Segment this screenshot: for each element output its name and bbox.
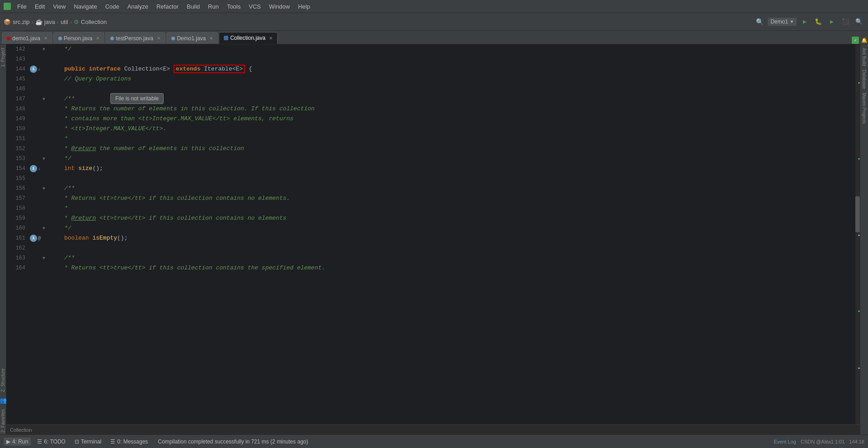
breadcrumb-util[interactable]: util [61,19,68,25]
scroll-marker-1 [858,82,860,84]
menu-window[interactable]: Window [265,2,293,11]
tab-demo1javacap[interactable]: Demo1.java ✕ [166,32,218,44]
breadcrumb-src[interactable]: src.zip [13,19,30,25]
event-log-link[interactable]: Event Log [774,439,796,444]
menu-edit[interactable]: Edit [31,2,48,11]
ln-156: 156 [6,185,29,192]
code-line-151: * [64,134,855,144]
file-not-writable-tooltip: File is not writable [110,93,164,104]
line-row-152: 152 [6,144,61,154]
tab-label-testperson: testPerson.java [116,35,153,42]
tab-label-person: Person.java [64,35,92,42]
tab-demo1java[interactable]: demo1.java ✕ [2,32,52,44]
run-config[interactable]: Demo1 ▼ [768,18,797,26]
tab-dot-demo1 [7,37,10,40]
code-text-158: * [64,203,68,213]
menu-vcs[interactable]: VCS [245,2,264,11]
build-button[interactable]: ⬛ [840,16,851,27]
notification-icon[interactable]: 🔔 [861,37,868,44]
breadcrumb: 📦 src.zip › ☕ java › util › ⚙ Collection [4,19,107,25]
code-text-163: /** [64,253,75,263]
vcs-status-icon[interactable]: ✓ [852,37,859,44]
line-row-162: 162 [6,243,61,253]
code-line-155 [64,174,855,184]
coverage-button[interactable]: ▶ [826,16,837,27]
menu-refactor[interactable]: Refactor [153,2,182,11]
line-row-142: 142 ▼ [6,44,61,54]
ant-build-label[interactable]: Ant Build [861,46,867,68]
menu-tools[interactable]: Tools [223,2,244,11]
fold-end-142[interactable]: ▼ [29,47,45,52]
search-toolbar-btn[interactable]: 🔍 [754,16,765,27]
maven-projects-label[interactable]: Maven Projects [861,91,867,126]
ln-150: 150 [6,126,29,132]
line-row-143: 143 [6,54,61,64]
scroll-thumb[interactable] [855,196,860,232]
run-config-label: Demo1 [770,19,788,25]
favorites-label[interactable]: 2: Favorites [0,407,6,434]
line-row-158: 158 [6,203,61,213]
tab-close-testperson[interactable]: ✕ [157,36,160,41]
tabs-bar: demo1.java ✕ Person.java ✕ testPerson.ja… [0,31,868,44]
bottom-tab-todo[interactable]: ☰ 6: TODO [34,438,68,446]
code-text-146 [64,84,68,94]
main-area: 1: Project Z: Structure 👥 2: Favorites F… [0,44,868,434]
people-icon[interactable]: 👥 [0,394,6,407]
kw-public: public [64,66,89,72]
line-row-147: 147 ▼ [6,94,61,104]
filename-label: Collection [10,427,32,433]
breadcrumb-collection[interactable]: Collection [81,19,107,25]
bottom-tab-run[interactable]: ▶ 4: Run [4,438,31,446]
scroll-marker-5 [858,368,860,369]
menu-file[interactable]: File [14,2,30,11]
code-line-158: * [64,203,855,213]
code-line-161: boolean isEmpty(); [64,233,855,243]
line-row-155: 155 [6,174,61,184]
fold-start-163[interactable]: ▼ [29,256,45,261]
bottom-tab-terminal[interactable]: ⊡ Terminal [72,438,104,446]
fold-start-147[interactable]: ▼ [29,97,45,102]
menu-code[interactable]: Code [102,2,123,11]
breadcrumb-java[interactable]: java [44,19,55,25]
code-line-160: */ [64,223,855,233]
toolbar-search-btn[interactable]: 🔍 [854,16,864,27]
tab-testpersonjava[interactable]: testPerson.java ✕ [105,32,165,44]
scroll-marker-4 [858,311,860,312]
menu-navigate[interactable]: Navigate [70,2,100,11]
code-line-146 [64,84,855,94]
fold-start-156[interactable]: ▼ [29,186,45,191]
tab-dot-testperson [110,37,114,40]
breadcrumb-icon-zip: 📦 [4,19,11,25]
bottom-tab-messages[interactable]: ☰ 0: Messages [108,438,151,446]
structure-panel-label[interactable]: Z: Structure [0,367,6,394]
fold-end-160[interactable]: ▼ [29,226,45,231]
ln-162: 162 [6,245,29,251]
tab-close-demo1[interactable]: ✕ [44,36,47,41]
code-content[interactable]: */ public interface Collection<E> extend… [61,44,855,424]
breadcrumb-sep3: › [70,19,72,25]
run-button[interactable]: ▶ [799,16,810,27]
database-label[interactable]: Database [861,68,867,91]
ln-148: 148 [6,106,29,112]
debug-button[interactable]: 🐛 [813,16,824,27]
ln-149: 149 [6,116,29,122]
menu-build[interactable]: Build [183,2,203,11]
tab-close-demo1cap[interactable]: ✕ [209,36,213,41]
menu-help[interactable]: Help [294,2,314,11]
breadcrumb-sep1: › [32,19,33,25]
down-arrow-144: ↓ [38,67,41,72]
tab-personjava[interactable]: Person.java ✕ [53,32,104,44]
vertical-scrollbar[interactable] [855,44,860,424]
menu-view[interactable]: View [49,2,69,11]
menu-run[interactable]: Run [204,2,222,11]
menu-analyze[interactable]: Analyze [124,2,152,11]
tab-close-person[interactable]: ✕ [96,36,99,41]
down-arrow-154: ↓ [38,166,41,171]
tab-collectionjava[interactable]: Collection.java ✕ [219,32,278,44]
project-panel-label[interactable]: 1: Project [0,46,6,69]
tab-close-collection[interactable]: ✕ [269,36,273,41]
gutter-160: ▼ [29,226,61,231]
fold-end-153[interactable]: ▼ [29,156,45,161]
line-number-gutter: 142 ▼ 143 144 i ↓ [6,44,61,424]
csdn-info: CSDN @Alita1 1:01 [801,439,844,444]
